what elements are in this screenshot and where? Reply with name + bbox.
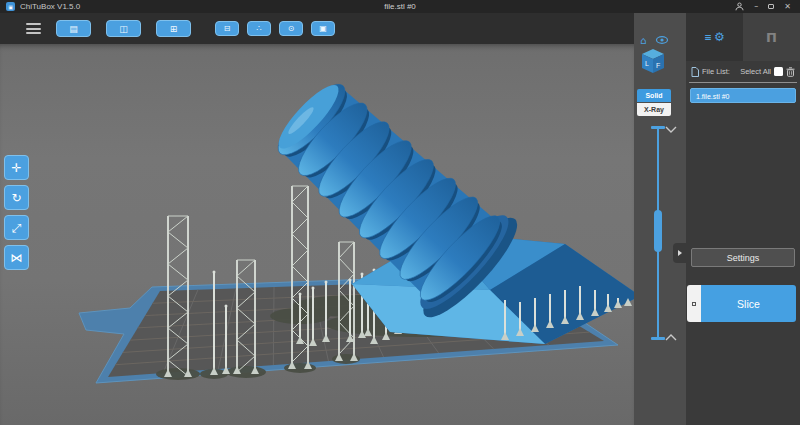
mirror-button[interactable]: ⋈: [4, 245, 29, 270]
document-title: file.stl #0: [0, 2, 800, 11]
minimize-button[interactable]: –: [754, 3, 758, 11]
view-control-strip: ⌂ L F Solid X-Ray: [634, 13, 686, 425]
app-name: ChiTuBox V1.5.0: [20, 2, 80, 11]
title-bar: ▣ ChiTuBox V1.5.0 file.stl #0 – ✕: [0, 0, 800, 13]
support-pillar-icon: Π: [766, 30, 777, 45]
right-panel: ≡ ⚙ Π File List: Select All: [686, 13, 800, 425]
tab-slice-settings[interactable]: ≡ ⚙: [686, 13, 743, 61]
clone-button[interactable]: ⊟: [215, 21, 239, 36]
slice-options-toggle[interactable]: [687, 285, 701, 322]
select-all-checkbox[interactable]: [774, 67, 783, 76]
main-toolbar: ▤ ◫ ⊞ ⊟ ∴ ⊙ ▣: [0, 13, 634, 44]
panel-collapse-button[interactable]: [673, 243, 686, 263]
settings-button[interactable]: Settings: [691, 248, 795, 267]
move-button[interactable]: ✛: [4, 155, 29, 180]
maximize-button[interactable]: [768, 4, 774, 9]
app-logo-icon: ▣: [6, 2, 15, 11]
slice-row: Slice: [687, 285, 796, 322]
divider: [689, 82, 797, 83]
select-all-label: Select All: [740, 67, 771, 76]
user-account-icon[interactable]: [735, 2, 744, 11]
slice-button[interactable]: Slice: [701, 285, 796, 322]
file-list-item[interactable]: 1.file.stl #0: [690, 88, 796, 103]
trash-icon[interactable]: [786, 67, 795, 77]
scale-button[interactable]: ⤢: [4, 215, 29, 240]
hollow-button[interactable]: ⊙: [279, 21, 303, 36]
chevron-up-icon[interactable]: [666, 335, 676, 340]
rotate-button[interactable]: ↻: [4, 185, 29, 210]
chevron-down-icon[interactable]: [666, 127, 676, 132]
save-button[interactable]: ◫: [106, 20, 141, 37]
panel-tabs: ≡ ⚙ Π: [686, 13, 800, 61]
file-list-header: File List: Select All: [686, 61, 800, 82]
cross-section-slider[interactable]: [634, 13, 686, 425]
right-triangle-icon: [678, 250, 682, 256]
list-icon: ≡: [704, 32, 712, 42]
menu-button[interactable]: [26, 23, 41, 34]
slider-handle[interactable]: [654, 210, 662, 252]
gear-icon: ⚙: [714, 30, 725, 44]
close-button[interactable]: ✕: [784, 3, 791, 11]
build-scene[interactable]: [0, 44, 634, 425]
open-file-button[interactable]: ▤: [56, 20, 91, 37]
viewport-3d[interactable]: ✛ ↻ ⤢ ⋈: [0, 44, 634, 425]
dig-hole-button[interactable]: ▣: [311, 21, 335, 36]
tab-support[interactable]: Π: [743, 13, 800, 61]
transform-toolbar: ✛ ↻ ⤢ ⋈: [4, 155, 29, 270]
arrange-button[interactable]: ⊞: [156, 20, 191, 37]
auto-support-button[interactable]: ∴: [247, 21, 271, 36]
file-list-label: File List:: [702, 67, 730, 76]
file-icon: [691, 67, 699, 77]
